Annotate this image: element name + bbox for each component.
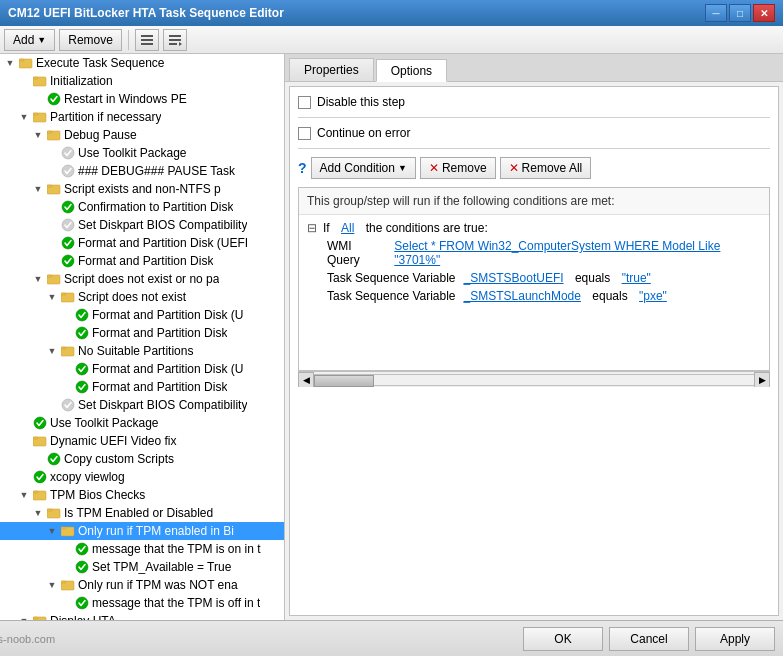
svg-rect-2 [141,43,153,45]
condition-question-icon: ? [298,160,307,176]
svg-rect-43 [47,509,52,511]
tree-item[interactable]: ▼Partition if necessary [0,108,284,126]
tree-item[interactable]: message that the TPM is off in t [0,594,284,612]
tree-item[interactable]: Use Toolkit Package [0,144,284,162]
tree-item-label: Format and Partition Disk (U [92,308,243,322]
apply-button[interactable]: Apply [695,627,775,651]
tree-item[interactable]: ▼Script exists and non-NTFS p [0,180,284,198]
scroll-thumb[interactable] [314,375,374,387]
remove-condition-button[interactable]: ✕ Remove [420,157,496,179]
tree-item[interactable]: Format and Partition Disk [0,324,284,342]
tree-item[interactable]: ▼Debug Pause [0,126,284,144]
disable-step-checkbox[interactable] [298,96,311,109]
svg-rect-3 [169,35,181,37]
tree-item[interactable]: ▼Only run if TPM was NOT ena [0,576,284,594]
folder-icon [46,271,62,287]
tree-item[interactable]: message that the TPM is on in t [0,540,284,558]
tree-item[interactable]: ▼Script does not exist or no pa [0,270,284,288]
tree-item[interactable]: ### DEBUG### PAUSE Task [0,162,284,180]
step-icon [60,163,76,179]
scroll-left-btn[interactable]: ◀ [298,372,314,388]
folder-icon [18,55,34,71]
folder-icon [46,181,62,197]
tree-item[interactable]: Use Toolkit Package [0,414,284,432]
expand-icon: ▼ [44,580,60,590]
continue-error-checkbox[interactable] [298,127,311,140]
tsv1-value[interactable]: "true" [622,271,651,285]
tree-panel: ▼Execute Task SequenceInitializationRest… [0,54,285,620]
tree-item[interactable]: Set Diskpart BIOS Compatibility [0,396,284,414]
toolbar-icon-2-svg [168,33,182,47]
tree-item[interactable]: Set TPM_Available = True [0,558,284,576]
folder-icon [60,289,76,305]
title-bar-buttons: ─ □ ✕ [705,4,775,22]
svg-rect-13 [33,113,38,115]
tree-item-label: Format and Partition Disk [92,380,227,394]
tree-item[interactable]: Format and Partition Disk (U [0,360,284,378]
remove-all-button[interactable]: ✕ Remove All [500,157,592,179]
tree-item-label: Only run if TPM was NOT ena [78,578,238,592]
tree-item-label: Set TPM_Available = True [92,560,231,574]
divider-1 [298,117,770,118]
wmi-query-value[interactable]: Select * FROM Win32_ComputerSystem WHERE… [394,239,761,267]
horizontal-scrollbar[interactable]: ◀ ▶ [298,371,770,387]
svg-rect-8 [19,59,24,61]
minimize-button[interactable]: ─ [705,4,727,22]
svg-rect-10 [33,77,38,79]
tsv2-var[interactable]: _SMSTSLaunchMode [464,289,581,303]
tab-options[interactable]: Options [376,59,447,82]
tsv1-var[interactable]: _SMSTSBootUEFI [464,271,564,285]
svg-rect-25 [47,275,52,277]
tree-item[interactable]: ▼Only run if TPM enabled in Bi [0,522,284,540]
tree-item[interactable]: Set Diskpart BIOS Compatibility [0,216,284,234]
svg-rect-19 [47,185,52,187]
svg-point-34 [62,399,74,411]
remove-button[interactable]: Remove [59,29,122,51]
tree-item[interactable]: ▼Is TPM Enabled or Disabled [0,504,284,522]
folder-icon [46,505,62,521]
tree-item[interactable]: xcopy viewlog [0,468,284,486]
tree-item[interactable]: ▼No Suitable Partitions [0,342,284,360]
svg-rect-1 [141,39,153,41]
tree-item-label: Display HTA [50,614,116,620]
svg-point-38 [48,453,60,465]
scroll-right-btn[interactable]: ▶ [754,372,770,388]
svg-marker-6 [179,42,182,46]
svg-point-23 [62,255,74,267]
tree-item[interactable]: Format and Partition Disk (UEFI [0,234,284,252]
add-condition-button[interactable]: Add Condition ▼ [311,157,416,179]
tree-item[interactable]: ▼Display HTA [0,612,284,620]
tree-item[interactable]: Copy custom Scripts [0,450,284,468]
tree-item[interactable]: Initialization [0,72,284,90]
tree-item[interactable]: Restart in Windows PE [0,90,284,108]
step-icon [74,379,90,395]
all-link[interactable]: All [341,221,354,235]
tree-item[interactable]: Format and Partition Disk (U [0,306,284,324]
title-text: CM12 UEFI BitLocker HTA Task Sequence Ed… [8,6,284,20]
expand-icon: ▼ [44,526,60,536]
add-button[interactable]: Add ▼ [4,29,55,51]
remove-all-icon: ✕ [509,161,519,175]
tree-item[interactable]: ▼Execute Task Sequence [0,54,284,72]
toolbar-icon-1[interactable] [135,29,159,51]
ok-button[interactable]: OK [523,627,603,651]
folder-icon [60,577,76,593]
tree-content: ▼Execute Task SequenceInitializationRest… [0,54,284,620]
add-dropdown-arrow: ▼ [37,35,46,45]
add-label: Add [13,33,34,47]
tree-item[interactable]: Format and Partition Disk [0,378,284,396]
svg-rect-49 [61,581,66,583]
tree-item[interactable]: ▼TPM Bios Checks [0,486,284,504]
close-button[interactable]: ✕ [753,4,775,22]
tsv2-value[interactable]: "pxe" [639,289,667,303]
tree-item-label: Only run if TPM enabled in Bi [78,524,234,538]
tab-properties[interactable]: Properties [289,58,374,81]
svg-rect-31 [61,347,66,349]
tree-item[interactable]: ▼Script does not exist [0,288,284,306]
cancel-button[interactable]: Cancel [609,627,689,651]
tree-item[interactable]: Dynamic UEFI Video fix [0,432,284,450]
maximize-button[interactable]: □ [729,4,751,22]
tree-item[interactable]: Format and Partition Disk [0,252,284,270]
tree-item[interactable]: Confirmation to Partition Disk [0,198,284,216]
toolbar-icon-2[interactable] [163,29,187,51]
